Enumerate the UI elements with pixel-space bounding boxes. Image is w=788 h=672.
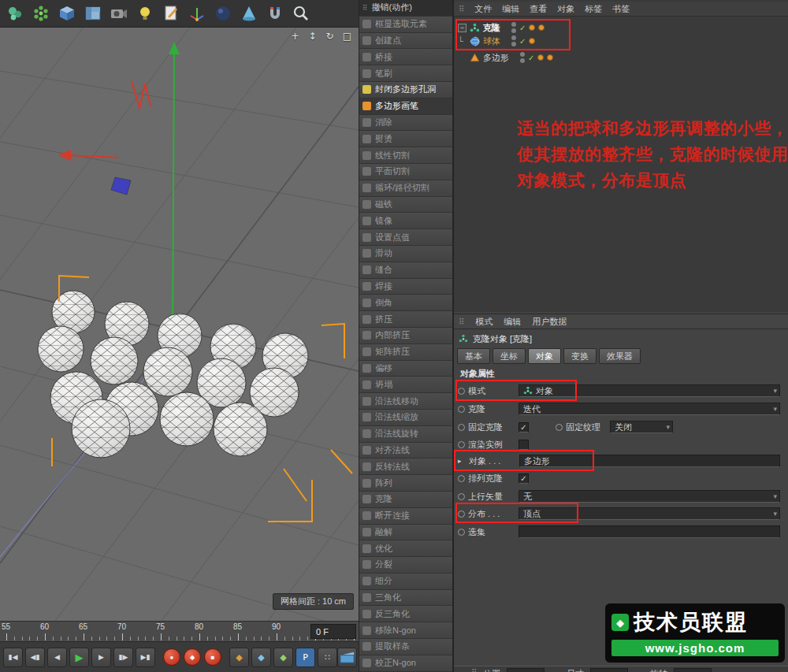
palette-item-32[interactable]: 融解 <box>359 525 452 541</box>
record-autokey-button[interactable]: ◆ <box>184 648 201 666</box>
tree-item-2[interactable]: 多边形✓ <box>458 51 784 64</box>
palette-item-31[interactable]: 断开连接 <box>359 508 452 525</box>
am-menu-2[interactable]: 用户数据 <box>532 316 567 328</box>
next-key-button[interactable]: ▮▶ <box>113 648 133 667</box>
palette-item-2[interactable]: 创建点 <box>359 33 452 50</box>
palette-item-8[interactable]: 熨烫 <box>359 131 452 147</box>
palette-item-13[interactable]: 镜像 <box>359 213 452 229</box>
palette-item-18[interactable]: 倒角 <box>359 295 452 311</box>
record-keyframe-button[interactable]: ● <box>163 648 180 666</box>
palette-item-21[interactable]: 矩阵挤压 <box>359 344 452 361</box>
keyframe-dot[interactable] <box>556 424 563 431</box>
om-menu-3[interactable]: 对象 <box>557 3 574 15</box>
am-menu-0[interactable]: 模式 <box>475 316 492 328</box>
distribution-dropdown[interactable]: 顶点 ▾ <box>519 507 780 520</box>
palette-item-3[interactable]: 桥接 <box>359 49 452 65</box>
palette-item-25[interactable]: 沿法线缩放 <box>359 410 452 426</box>
palette-item-24[interactable]: 沿法线移动 <box>359 393 452 410</box>
palette-item-20[interactable]: 内部挤压 <box>359 328 452 344</box>
palette-item-14[interactable]: 设置点值 <box>359 229 452 246</box>
visibility-dots[interactable] <box>511 35 516 46</box>
palette-item-10[interactable]: 平面切割 <box>359 164 452 180</box>
palette-item-36[interactable]: 三角化 <box>359 590 452 607</box>
palette-item-16[interactable]: 缝合 <box>359 262 452 279</box>
palette-item-0[interactable]: ⠿撤销(动作) <box>359 0 452 17</box>
clone-d0[interactable]: 迭代 ▾ <box>519 403 780 415</box>
palette-item-38[interactable]: 移除N-gon <box>359 622 452 639</box>
dark-sphere-icon[interactable] <box>212 3 233 24</box>
tag-icon[interactable] <box>538 24 545 31</box>
prev-frame-button[interactable]: ◀ <box>47 648 67 667</box>
palette-item-34[interactable]: 分裂 <box>359 557 452 574</box>
light-icon[interactable] <box>134 3 155 24</box>
tag-icon[interactable] <box>537 54 544 61</box>
magnet-icon[interactable] <box>264 3 285 24</box>
om-menu-5[interactable]: 书签 <box>612 3 630 15</box>
viewport-canvas[interactable] <box>0 28 359 621</box>
zoom-view-icon[interactable]: ↕ <box>307 31 318 43</box>
play-button[interactable]: ▶ <box>69 648 89 667</box>
enable-check-icon[interactable]: ✓ <box>528 54 534 62</box>
palette-item-7[interactable]: 消除 <box>359 115 452 132</box>
cone-icon[interactable] <box>238 3 259 24</box>
palette-item-23[interactable]: 坍塌 <box>359 377 452 393</box>
go-start-button[interactable]: ▮◀ <box>3 648 23 667</box>
key-position-button[interactable]: ◆ <box>229 648 249 667</box>
tab-1[interactable]: 坐标 <box>492 348 526 364</box>
palette-item-33[interactable]: 优化 <box>359 540 452 557</box>
palette-item-5[interactable]: 封闭多边形孔洞 <box>359 82 452 98</box>
keyframe-dot[interactable] <box>458 475 465 482</box>
palette-item-9[interactable]: 线性切割 <box>359 147 452 164</box>
tag-icon[interactable] <box>547 54 553 61</box>
palette-item-30[interactable]: 克隆 <box>359 492 452 508</box>
render-instance-checkbox[interactable] <box>519 440 529 450</box>
palette-item-26[interactable]: 沿法线旋转 <box>359 426 452 443</box>
keyframe-dot[interactable] <box>458 388 465 395</box>
keyframe-dot[interactable] <box>458 424 465 431</box>
model-cluster-icon[interactable] <box>4 3 25 24</box>
palette-item-35[interactable]: 细分 <box>359 574 452 590</box>
key-parameter-button[interactable]: P <box>296 648 315 667</box>
selection-field[interactable] <box>519 525 780 538</box>
keyframe-dot[interactable] <box>458 529 465 536</box>
coords-field-2[interactable] <box>674 668 712 672</box>
current-frame-box[interactable]: 0 F <box>310 624 356 639</box>
palette-item-40[interactable]: 校正N-gon <box>359 655 452 672</box>
tag-icon[interactable] <box>529 24 535 31</box>
tab-0[interactable]: 基本 <box>457 348 490 364</box>
tree-item-1[interactable]: └球体✓ <box>458 35 784 47</box>
object-link-field[interactable]: 多边形 <box>519 455 780 467</box>
pan-view-icon[interactable]: + <box>289 31 301 43</box>
timeline-ruler[interactable]: 5560657075808590 0 F <box>0 621 359 641</box>
keyframe-dot[interactable] <box>458 441 465 448</box>
magnifier-icon[interactable] <box>290 3 311 24</box>
fix-texture-dropdown[interactable]: 关闭 ▾ <box>610 421 673 433</box>
palette-item-4[interactable]: 笔刷 <box>359 65 452 82</box>
next-frame-button[interactable]: ▶ <box>91 648 111 667</box>
palette-item-17[interactable]: 焊接 <box>359 279 452 295</box>
palette-item-27[interactable]: 对齐法线 <box>359 443 452 459</box>
visibility-dots[interactable] <box>511 22 516 33</box>
expand-triangle-icon[interactable]: ▸ <box>458 457 466 465</box>
align-clone-checkbox[interactable]: ✓ <box>519 473 529 484</box>
palette-item-19[interactable]: 挤压 <box>359 311 452 328</box>
palette-item-28[interactable]: 反转法线 <box>359 459 452 475</box>
palette-item-37[interactable]: 反三角化 <box>359 606 452 622</box>
om-menu-2[interactable]: 查看 <box>530 3 547 15</box>
palette-item-1[interactable]: 框显选取元素 <box>359 17 452 33</box>
go-end-button[interactable]: ▶▮ <box>136 648 155 667</box>
palette-item-39[interactable]: 提取样条 <box>359 639 452 655</box>
key-rotation-button[interactable]: ◆ <box>273 648 293 667</box>
keyframe-dot[interactable] <box>458 493 465 500</box>
tree-item-0[interactable]: −克隆✓ <box>458 21 784 34</box>
om-menu-0[interactable]: 文件 <box>474 3 492 15</box>
palette-item-6[interactable]: 多边形画笔 <box>359 98 452 115</box>
palette-item-12[interactable]: 磁铁 <box>359 197 452 213</box>
palette-item-11[interactable]: 循环/路径切割 <box>359 180 452 197</box>
keyframe-dot[interactable] <box>458 510 465 518</box>
cube-icon[interactable] <box>56 3 77 24</box>
fix-clone-checkbox[interactable]: ✓ <box>519 422 529 433</box>
palette-item-15[interactable]: 滑动 <box>359 246 452 262</box>
palette-item-22[interactable]: 偏移 <box>359 361 452 377</box>
tab-2[interactable]: 对象 <box>528 348 561 364</box>
